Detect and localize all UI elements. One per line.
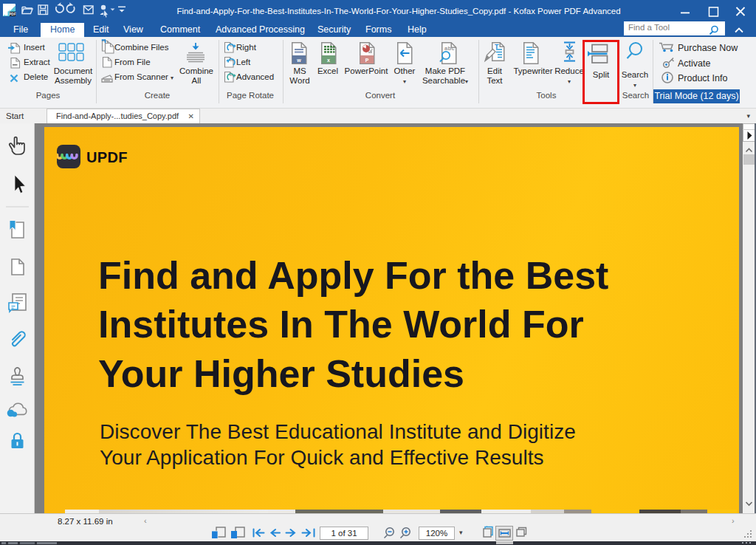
- svg-text:P: P: [365, 58, 369, 63]
- svg-text:abc: abc: [444, 45, 455, 52]
- svg-text:T: T: [495, 43, 499, 50]
- svg-text:x: x: [327, 58, 330, 63]
- svg-text:PDF: PDF: [9, 13, 16, 16]
- svg-text:w: w: [296, 58, 301, 63]
